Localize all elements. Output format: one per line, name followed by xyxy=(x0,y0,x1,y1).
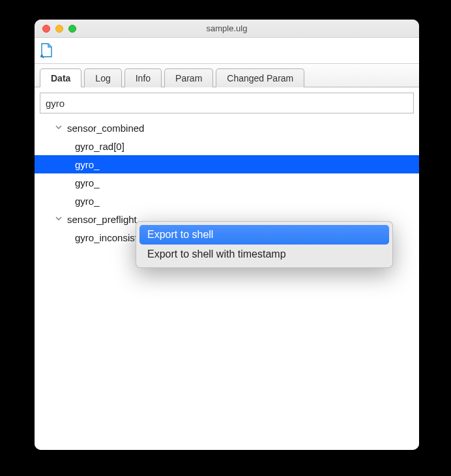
open-file-icon[interactable] xyxy=(40,42,54,59)
tab-log[interactable]: Log xyxy=(84,68,121,87)
menu-item-export-shell[interactable]: Export to shell xyxy=(139,225,389,245)
context-menu: Export to shell Export to shell with tim… xyxy=(136,221,393,268)
window-title: sample.ulg xyxy=(35,23,419,33)
tree-item-label: gyro_ xyxy=(75,159,100,170)
tab-info[interactable]: Info xyxy=(124,68,162,87)
traffic-lights xyxy=(35,25,76,33)
menu-item-export-shell-timestamp[interactable]: Export to shell with timestamp xyxy=(139,245,389,264)
search-input[interactable] xyxy=(40,93,414,113)
tab-param[interactable]: Param xyxy=(164,68,213,87)
content-area: sensor_combined gyro_rad[0] gyro_ gyro_ … xyxy=(35,87,419,450)
toolbar xyxy=(35,38,419,64)
zoom-window-button[interactable] xyxy=(68,25,76,33)
tree-item-label: gyro_rad[0] xyxy=(75,141,124,152)
tree-item[interactable]: gyro_rad[0] xyxy=(40,137,414,155)
chevron-down-icon xyxy=(54,124,63,132)
tab-data[interactable]: Data xyxy=(40,68,81,87)
minimize-window-button[interactable] xyxy=(55,25,63,33)
tabs: Data Log Info Param Changed Param xyxy=(35,64,419,87)
tree-item-label: gyro_ xyxy=(75,196,100,207)
tree-group-label: sensor_combined xyxy=(67,123,144,134)
close-window-button[interactable] xyxy=(42,25,50,33)
tree-item[interactable]: gyro_ xyxy=(40,192,414,210)
tab-changed-param[interactable]: Changed Param xyxy=(216,68,304,87)
tree-item-label: gyro_ xyxy=(75,177,100,188)
tree-item[interactable]: gyro_ xyxy=(40,173,414,192)
chevron-down-icon xyxy=(54,215,63,223)
tree-item-selected[interactable]: gyro_ xyxy=(35,155,419,173)
tree-group-label: sensor_preflight xyxy=(67,214,137,225)
titlebar[interactable]: sample.ulg xyxy=(35,20,419,38)
tree-group-sensor-combined[interactable]: sensor_combined xyxy=(40,119,414,137)
